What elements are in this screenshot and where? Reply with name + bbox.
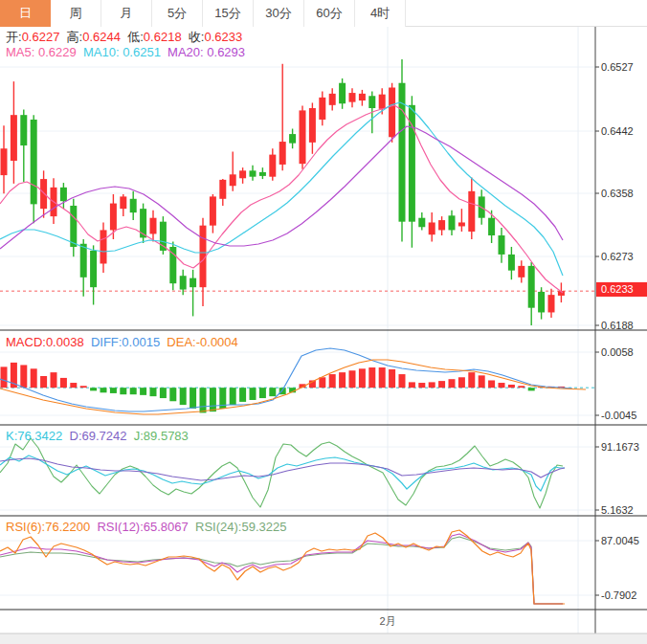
macd-bar bbox=[508, 385, 515, 388]
macd-bar bbox=[1, 366, 8, 388]
candle-body bbox=[80, 244, 87, 278]
macd-bar bbox=[339, 372, 346, 388]
macd-bar bbox=[528, 388, 535, 390]
candle-body bbox=[120, 196, 126, 209]
candle-body bbox=[538, 292, 545, 313]
candle-body bbox=[269, 155, 276, 177]
legend-item: 开: bbox=[6, 30, 22, 44]
candle-body bbox=[309, 108, 316, 143]
macd-bar bbox=[90, 388, 97, 390]
macd-bar bbox=[20, 365, 27, 388]
candle-body bbox=[100, 230, 107, 263]
candle-body bbox=[368, 96, 375, 108]
macd-bar bbox=[329, 374, 336, 388]
candle-body bbox=[499, 235, 505, 255]
legend-item: DEA:-0.0004 bbox=[160, 335, 238, 349]
macd-bar bbox=[259, 388, 266, 398]
legend-item: RSI(12):65.8067 bbox=[90, 520, 189, 534]
candle-body bbox=[429, 222, 435, 234]
macd-bar bbox=[40, 376, 47, 388]
legend-item: 收: bbox=[182, 30, 205, 44]
candle-body bbox=[329, 94, 336, 105]
macd-bar bbox=[70, 383, 77, 388]
macd-bar bbox=[368, 367, 375, 388]
legend-item: RSI(24):59.3225 bbox=[189, 520, 287, 534]
macd-bar bbox=[100, 388, 107, 392]
legend-item: MA10: 0.6251 bbox=[77, 45, 161, 59]
macd-bar bbox=[399, 374, 406, 388]
candle-body bbox=[279, 142, 286, 165]
macd-bar bbox=[468, 372, 475, 388]
macd-bar bbox=[130, 388, 137, 394]
y-axis-label: 0.6273 bbox=[601, 251, 634, 262]
candle-body bbox=[418, 218, 425, 228]
bottom-strip bbox=[0, 633, 647, 644]
macd-bar bbox=[51, 372, 57, 388]
macd-bar bbox=[140, 388, 146, 395]
macd-bar bbox=[169, 388, 176, 401]
candle-body bbox=[319, 98, 325, 120]
macd-bar bbox=[120, 388, 126, 394]
macd-bar bbox=[418, 383, 425, 388]
legend-item: DIFF:0.0015 bbox=[84, 335, 160, 349]
macd-bar bbox=[230, 388, 236, 405]
diff-line bbox=[0, 348, 572, 411]
legend-item: MA20: 0.6293 bbox=[161, 45, 245, 59]
macd-bar bbox=[250, 388, 257, 400]
macd-bar bbox=[438, 381, 445, 388]
candle-body bbox=[548, 295, 555, 312]
macd-bar bbox=[210, 388, 216, 411]
macd-bar bbox=[449, 379, 456, 388]
candle-body bbox=[458, 222, 465, 226]
legend-item: K:76.3422 bbox=[6, 429, 62, 443]
candle-body bbox=[349, 93, 356, 102]
y-axis-label: -0.7902 bbox=[601, 589, 636, 601]
dea-line bbox=[0, 360, 586, 414]
candle-body bbox=[508, 255, 515, 271]
candle-body bbox=[11, 115, 17, 161]
legend-item: MACD:0.0038 bbox=[6, 335, 84, 349]
macd-bar bbox=[279, 388, 286, 394]
candle-body bbox=[488, 218, 495, 235]
y-axis-label: 0.6358 bbox=[601, 188, 634, 199]
trading-chart-app: 日周月5分15分30分60分4时 开:0.6227 高:0.6244 低:0.6… bbox=[0, 0, 647, 644]
legend-item: D:69.7242 bbox=[62, 429, 126, 443]
candle-body bbox=[60, 188, 67, 201]
y-axis-label: 0.6188 bbox=[601, 320, 634, 331]
macd-bar bbox=[319, 377, 325, 388]
macd-bar bbox=[499, 383, 505, 388]
candle-body bbox=[130, 199, 137, 212]
chart-canvas[interactable] bbox=[0, 0, 647, 644]
legend-item: RSI(6):76.2200 bbox=[6, 520, 90, 534]
candle-body bbox=[190, 278, 196, 288]
candle-body bbox=[289, 134, 296, 144]
macd-bar bbox=[190, 388, 196, 409]
macd-bar bbox=[160, 388, 167, 398]
candle-body bbox=[339, 83, 346, 104]
macd-bar bbox=[110, 388, 117, 393]
legend-item: 0.6227 bbox=[22, 30, 60, 44]
macd-bar bbox=[150, 388, 157, 396]
legend-ohlc: 开:0.6227 高:0.6244 低:0.6218 收:0.6233 bbox=[6, 30, 242, 44]
candle-body bbox=[259, 172, 266, 176]
candle-body bbox=[300, 110, 306, 164]
legend-item: 0.6244 bbox=[82, 30, 121, 44]
candle-body bbox=[110, 204, 117, 231]
y-axis-label: 91.1673 bbox=[601, 441, 639, 453]
macd-bar bbox=[269, 388, 276, 396]
y-axis-label: 0.6442 bbox=[601, 125, 634, 137]
candle-body bbox=[389, 88, 395, 138]
macd-bar bbox=[359, 368, 366, 388]
candle-body bbox=[409, 105, 415, 222]
macd-bar bbox=[458, 377, 465, 388]
legend-item: 低: bbox=[121, 30, 144, 44]
j-line bbox=[0, 438, 563, 508]
macd-bar bbox=[389, 369, 395, 388]
candle-body bbox=[20, 115, 27, 145]
macd-bar bbox=[200, 388, 207, 412]
macd-bar bbox=[80, 386, 87, 388]
legend-rsi: RSI(6):76.2200 RSI(12):65.8067 RSI(24):5… bbox=[6, 520, 286, 534]
k-line bbox=[0, 455, 565, 491]
candle-body bbox=[210, 196, 216, 225]
candle-body bbox=[230, 174, 236, 186]
